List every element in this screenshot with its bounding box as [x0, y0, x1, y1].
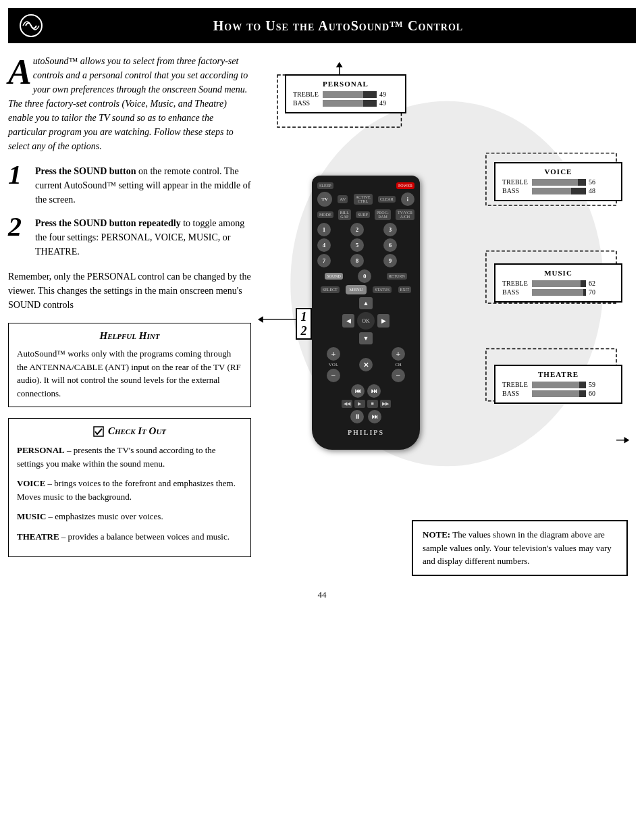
- btn-5[interactable]: 5: [350, 238, 364, 252]
- personal-treble-row: TREBLE 49: [293, 90, 398, 98]
- music-treble-bar: [532, 280, 586, 287]
- note-text: The values shown in the diagram above ar…: [423, 529, 612, 566]
- voice-treble-value: 56: [589, 178, 601, 186]
- music-bass-label: BASS: [502, 288, 529, 296]
- steps-container: 1 Press the SOUND button on the remote c…: [8, 164, 251, 259]
- step-2: 2 Press the SOUND button repeatedly to t…: [8, 216, 251, 259]
- check-personal: PERSONAL – presents the TV's sound accor…: [17, 444, 242, 470]
- mode-button[interactable]: MODE: [317, 211, 333, 218]
- pause-button[interactable]: ⏸: [350, 410, 364, 423]
- step-1-text: Press the SOUND button on the remote con…: [35, 164, 251, 207]
- voice-treble-bar-fill: [532, 179, 578, 186]
- page-number: 44: [0, 584, 644, 608]
- skip-forward-button[interactable]: ⏭: [367, 384, 381, 398]
- vol-down-button[interactable]: −: [327, 369, 340, 382]
- number-grid: 1 2 3 4 5 6 7 8 9: [317, 223, 414, 267]
- tv-button[interactable]: TV: [317, 192, 332, 207]
- left-column: AutoSound™ allows you to select from thr…: [8, 54, 258, 584]
- btn-8[interactable]: 8: [350, 254, 364, 267]
- check-voice-text: – brings voices to the forefront and emp…: [17, 478, 236, 502]
- return-button[interactable]: RETURN: [387, 273, 407, 280]
- theatre-treble-bar: [532, 382, 586, 388]
- btn-3[interactable]: 3: [383, 223, 397, 236]
- btn-9[interactable]: 9: [383, 254, 397, 267]
- select-button[interactable]: SELECT: [321, 286, 340, 293]
- theatre-bass-bar: [532, 390, 586, 397]
- personal-bass-bar-fill: [323, 100, 363, 107]
- voice-bass-bar: [532, 188, 586, 194]
- music-treble-value: 62: [589, 280, 601, 287]
- skip-back-button[interactable]: ⏮: [351, 384, 365, 398]
- power-button[interactable]: POWER: [396, 182, 414, 189]
- main-content: AutoSound™ allows you to select from thr…: [8, 43, 636, 584]
- sleep-button[interactable]: SLEEP: [317, 182, 333, 189]
- music-treble-label: TREBLE: [502, 280, 529, 287]
- personal-bass-row: BASS 49: [293, 99, 398, 107]
- vol-ch-row: + VOL − ✕ + CH −: [317, 347, 414, 382]
- active-control-button[interactable]: ACTIVECTRL: [354, 194, 373, 205]
- step-2-text: Press the SOUND button repeatedly to tog…: [35, 216, 251, 259]
- step-1-bold: Press the SOUND button: [35, 166, 136, 176]
- nav-ok-button[interactable]: OK: [357, 312, 375, 330]
- personal-bass-bar: [323, 100, 377, 107]
- menu-button[interactable]: MENU: [346, 285, 367, 294]
- tv-vcr-button[interactable]: TV/VCRA/CH: [396, 209, 414, 220]
- btn-2[interactable]: 2: [350, 223, 364, 236]
- step-2-number: 2: [8, 213, 28, 240]
- remote-body: SLEEP POWER TV AV ACTIVECTRL CLEAR i MOD…: [312, 176, 420, 450]
- music-bass-bar: [532, 289, 586, 296]
- note-label: NOTE:: [423, 529, 450, 540]
- svg-marker-8: [336, 62, 343, 68]
- nav-down-button[interactable]: ▼: [359, 332, 373, 344]
- theatre-treble-row: TREBLE 59: [502, 381, 614, 388]
- info-button[interactable]: i: [401, 192, 414, 206]
- remote-area: PERSONAL TREBLE 49 BASS 49: [258, 54, 636, 513]
- remote-control: SLEEP POWER TV AV ACTIVECTRL CLEAR i MOD…: [312, 176, 420, 450]
- nav-right-button[interactable]: ▶: [377, 314, 390, 328]
- theatre-bass-value: 60: [589, 390, 601, 397]
- voice-bass-label: BASS: [502, 187, 529, 194]
- fast-forward-button[interactable]: ▶▶: [380, 400, 391, 408]
- step-1: 1 Press the SOUND button on the remote c…: [8, 164, 251, 207]
- nav-left-button[interactable]: ◀: [342, 314, 354, 328]
- stop-button[interactable]: ■: [367, 400, 378, 408]
- intro-text: utoSound™ allows you to select from thre…: [8, 56, 248, 151]
- reminder-text: Remember, only the PERSONAL control can …: [8, 269, 251, 312]
- voice-treble-bar: [532, 179, 586, 186]
- voice-bass-bar-fill: [532, 188, 571, 194]
- vol-up-button[interactable]: +: [327, 347, 340, 361]
- check-it-out-box: Check It Out PERSONAL – presents the TV'…: [8, 418, 251, 557]
- step-1-number: 1: [8, 161, 28, 188]
- clear-button[interactable]: CLEAR: [378, 196, 396, 203]
- mute-button[interactable]: ✕: [359, 358, 373, 371]
- btn-7[interactable]: 7: [317, 254, 331, 267]
- play-button[interactable]: ▶: [354, 400, 365, 408]
- program-button[interactable]: PROG-RAM: [375, 209, 391, 220]
- personal-treble-bar-fill: [323, 91, 363, 98]
- nav-up-button[interactable]: ▲: [359, 297, 373, 309]
- status-button[interactable]: STATUS: [373, 286, 392, 293]
- exit-button[interactable]: EXIT: [398, 286, 412, 293]
- sound-button[interactable]: SOUND: [325, 273, 343, 280]
- ch-down-button[interactable]: −: [392, 369, 405, 382]
- hint-title: Helpful Hint: [17, 330, 242, 342]
- btn-6[interactable]: 6: [383, 238, 397, 252]
- next-button[interactable]: ⏭: [368, 410, 381, 423]
- btn-1[interactable]: 1: [317, 223, 331, 236]
- music-bass-row: BASS 70: [502, 288, 614, 296]
- btn-4[interactable]: 4: [317, 238, 331, 252]
- theatre-treble-bar-fill: [532, 382, 579, 388]
- intro-paragraph: AutoSound™ allows you to select from thr…: [8, 54, 251, 153]
- personal-bass-label: BASS: [293, 99, 320, 107]
- av-button[interactable]: AV: [338, 195, 348, 203]
- page-header: How to Use the AutoSound™ Control: [8, 8, 636, 43]
- check-title: Check It Out: [17, 425, 242, 437]
- music-panel: MUSIC TREBLE 62 BASS 70: [494, 263, 622, 303]
- voice-panel: VOICE TREBLE 56 BASS 48: [494, 162, 622, 201]
- personal-treble-label: TREBLE: [293, 90, 320, 98]
- ch-up-button[interactable]: +: [392, 347, 405, 361]
- surf-button[interactable]: SURF: [356, 211, 370, 218]
- btn-0[interactable]: 0: [358, 269, 371, 283]
- bill-button[interactable]: BILLGAP: [338, 209, 351, 220]
- rewind-button[interactable]: ◀◀: [342, 400, 352, 408]
